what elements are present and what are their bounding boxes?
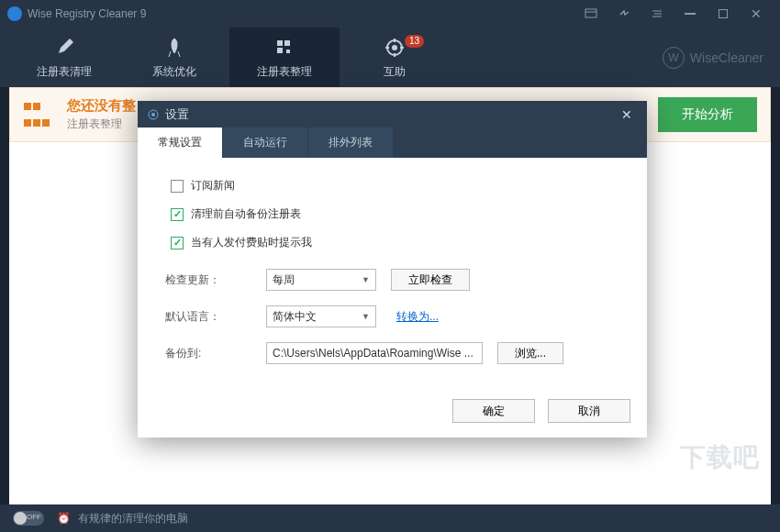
dialog-footer: 确定 取消 xyxy=(138,390,647,438)
svg-point-10 xyxy=(392,45,397,50)
dialog-body: 订阅新闻 ✓ 清理前自动备份注册表 ✓ 当有人发付费贴时提示我 检查更新： 每周… xyxy=(138,158,647,390)
settings-icon xyxy=(147,108,160,121)
statusbar: OFF ⏰ 有规律的清理你的电脑 xyxy=(0,504,780,532)
blocks-icon xyxy=(272,35,297,61)
notify-paid-post-checkbox[interactable]: ✓ xyxy=(171,237,184,249)
dialog-close-button[interactable]: ✕ xyxy=(616,104,638,126)
language-label: 默认语言： xyxy=(165,309,266,325)
chevron-down-icon: ▼ xyxy=(362,275,370,284)
backup-before-clean-label: 清理前自动备份注册表 xyxy=(191,206,301,222)
svg-rect-7 xyxy=(277,48,283,53)
svg-point-12 xyxy=(151,113,155,116)
browse-button[interactable]: 浏览... xyxy=(497,342,563,364)
banner-blocks-icon xyxy=(23,98,56,131)
toolbar-registry-defrag[interactable]: 注册表整理 xyxy=(229,28,340,87)
brand-logo-icon: W xyxy=(663,47,685,69)
gear-icon xyxy=(382,35,407,61)
chevron-down-icon: ▼ xyxy=(362,312,370,321)
toolbar-system-optimize[interactable]: 系统优化 xyxy=(119,28,229,87)
rocket-icon xyxy=(162,35,187,61)
toolbar-label: 互助 xyxy=(384,64,406,80)
toolbar-label: 系统优化 xyxy=(152,64,196,80)
dialog-title: 设置 xyxy=(165,106,189,123)
schedule-toggle[interactable]: OFF xyxy=(13,511,44,526)
watermark: 下载吧 xyxy=(680,440,760,475)
tab-autorun[interactable]: 自动运行 xyxy=(223,127,307,158)
toolbar-help[interactable]: 13 互助 xyxy=(340,28,450,87)
minimize-button[interactable] xyxy=(674,0,707,28)
language-select[interactable]: 简体中文▼ xyxy=(266,305,376,327)
svg-rect-8 xyxy=(286,50,290,53)
svg-rect-0 xyxy=(585,9,596,17)
brand-text: WiseCleaner xyxy=(690,50,763,65)
toolbar-registry-clean[interactable]: 注册表清理 xyxy=(9,28,119,87)
banner-title: 您还没有整 xyxy=(67,97,136,115)
svg-rect-5 xyxy=(277,40,283,46)
check-now-button[interactable]: 立即检查 xyxy=(391,269,470,291)
titlebar: Wise Registry Cleaner 9 ✕ xyxy=(0,0,780,28)
dialog-titlebar: 设置 ✕ xyxy=(138,101,647,128)
main-toolbar: 注册表清理 系统优化 注册表整理 13 互助 W WiseCleaner xyxy=(0,28,780,87)
cancel-button[interactable]: 取消 xyxy=(548,399,630,423)
help-badge: 13 xyxy=(405,35,424,48)
brand[interactable]: W WiseCleaner xyxy=(663,28,780,87)
app-title: Wise Registry Cleaner 9 xyxy=(28,7,574,20)
alarm-icon: ⏰ xyxy=(57,512,71,525)
tab-exclusions[interactable]: 排外列表 xyxy=(308,127,393,158)
backup-to-label: 备份到: xyxy=(165,346,266,361)
subscribe-news-checkbox[interactable] xyxy=(171,180,184,193)
settings-dialog: 设置 ✕ 常规设置 自动运行 排外列表 订阅新闻 ✓ 清理前自动备份注册表 ✓ … xyxy=(138,101,647,438)
banner-subtitle: 注册表整理 xyxy=(67,116,136,132)
toolbar-label: 注册表整理 xyxy=(257,64,312,80)
title-tool-icon-1[interactable] xyxy=(574,0,607,28)
brush-icon xyxy=(51,35,77,61)
app-logo-icon xyxy=(7,6,22,21)
backup-before-clean-checkbox[interactable]: ✓ xyxy=(171,208,184,221)
status-message: 有规律的清理你的电脑 xyxy=(78,511,188,526)
dialog-tabs: 常规设置 自动运行 排外列表 xyxy=(138,128,647,158)
convert-language-link[interactable]: 转换为... xyxy=(396,309,439,325)
check-update-label: 检查更新： xyxy=(165,272,266,288)
notify-paid-post-label: 当有人发付费贴时提示我 xyxy=(191,235,312,250)
tab-general[interactable]: 常规设置 xyxy=(138,127,222,158)
maximize-button[interactable] xyxy=(707,0,740,28)
subscribe-news-label: 订阅新闻 xyxy=(191,178,235,194)
check-update-select[interactable]: 每周▼ xyxy=(266,269,376,291)
svg-rect-6 xyxy=(284,40,290,46)
title-tool-icon-2[interactable] xyxy=(607,0,641,28)
backup-path-field[interactable]: C:\Users\Nels\AppData\Roaming\Wise ... xyxy=(266,342,483,364)
toolbar-label: 注册表清理 xyxy=(37,64,92,80)
ok-button[interactable]: 确定 xyxy=(452,399,535,423)
close-button[interactable]: ✕ xyxy=(740,0,773,28)
start-analysis-button[interactable]: 开始分析 xyxy=(658,97,757,132)
title-tool-icon-3[interactable] xyxy=(641,0,674,28)
